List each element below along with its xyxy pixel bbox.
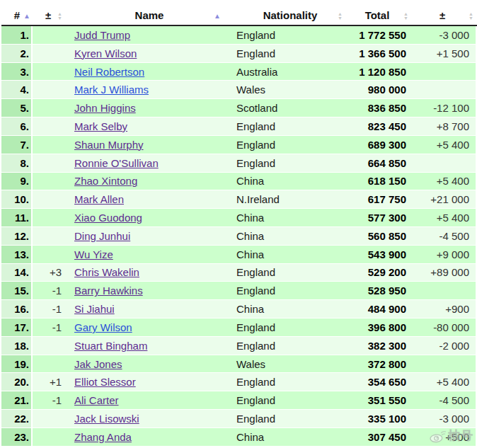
table-row: 15. -1 Barry Hawkins England 528 950 bbox=[1, 282, 477, 300]
player-link[interactable]: John Higgins bbox=[74, 102, 136, 114]
nationality-cell: Australia bbox=[235, 63, 345, 81]
header-change[interactable]: ± ▲ ▲▼ bbox=[409, 0, 476, 25]
move-cell: -1 bbox=[33, 318, 64, 336]
table-row: 14. +3 Chris Wakelin England 529 200 +89… bbox=[1, 264, 477, 282]
change-cell: -4 500 bbox=[409, 227, 476, 245]
player-link[interactable]: Zhao Xintong bbox=[74, 175, 137, 187]
name-cell: Ronnie O'Sullivan bbox=[64, 154, 235, 172]
total-cell: 617 750 bbox=[345, 190, 409, 208]
nationality-cell: England bbox=[235, 154, 345, 172]
player-link[interactable]: Ding Junhui bbox=[74, 230, 130, 242]
name-cell: Chris Wakelin bbox=[64, 264, 235, 282]
table-row: 5. John Higgins Scotland 836 850 -12 100 bbox=[1, 99, 477, 117]
change-cell bbox=[409, 282, 476, 299]
rank-cell: 15. bbox=[1, 282, 33, 299]
rank-cell: 14. bbox=[1, 264, 33, 282]
header-move[interactable]: ± ▲ ▲▼ bbox=[33, 0, 64, 25]
total-cell: 351 550 bbox=[345, 391, 409, 409]
player-link[interactable]: Xiao Guodong bbox=[74, 212, 142, 224]
name-cell: Jak Jones bbox=[64, 355, 235, 373]
name-cell: Zhao Xintong bbox=[64, 173, 235, 190]
player-link[interactable]: Barry Hawkins bbox=[74, 285, 143, 297]
name-cell: Judd Trump bbox=[64, 26, 235, 44]
name-cell: Xiao Guodong bbox=[64, 209, 235, 226]
player-link[interactable]: Kyren Wilson bbox=[74, 47, 137, 59]
player-link[interactable]: Mark Allen bbox=[74, 193, 124, 205]
rank-cell: 9. bbox=[1, 173, 33, 190]
total-cell: 396 800 bbox=[345, 318, 409, 336]
change-cell: +21 000 bbox=[409, 190, 476, 208]
header-move-label: ± bbox=[45, 9, 51, 21]
nationality-cell: England bbox=[235, 373, 345, 391]
player-link[interactable]: Zhang Anda bbox=[74, 431, 132, 443]
change-cell: +5 400 bbox=[409, 173, 476, 190]
table-row: 13. Wu Yize China 543 900 +9 000 bbox=[1, 246, 477, 264]
header-rank[interactable]: # ▲ ▲▼ bbox=[1, 0, 33, 25]
name-cell: Kyren Wilson bbox=[64, 45, 235, 62]
change-cell: -3 000 bbox=[409, 26, 476, 44]
table-row: 3. Neil Robertson Australia 1 120 850 bbox=[1, 63, 477, 81]
rank-cell: 17. bbox=[1, 318, 33, 336]
change-cell bbox=[409, 63, 476, 81]
player-link[interactable]: Wu Yize bbox=[74, 248, 113, 260]
sort-both-icon: ▲▼ bbox=[469, 12, 473, 20]
table-row: 23. Zhang Anda China 307 450 +500 bbox=[1, 428, 477, 447]
player-link[interactable]: Ronnie O'Sullivan bbox=[74, 157, 159, 169]
player-link[interactable]: Mark Selby bbox=[74, 120, 127, 132]
change-cell: +5 400 bbox=[409, 373, 476, 391]
player-link[interactable]: Ali Carter bbox=[74, 394, 119, 406]
table-row: 2. Kyren Wilson England 1 366 500 +1 500 bbox=[1, 45, 477, 63]
total-cell: 689 300 bbox=[345, 136, 409, 154]
total-cell: 1 772 550 bbox=[345, 26, 409, 44]
move-cell bbox=[33, 355, 64, 373]
player-link[interactable]: Mark J Williams bbox=[74, 84, 149, 96]
rank-cell: 18. bbox=[1, 337, 33, 355]
move-cell bbox=[33, 246, 64, 263]
header-nationality[interactable]: Nationality ▲ ▲▼ bbox=[235, 0, 345, 25]
table-row: 16. -1 Si Jiahui China 484 900 +900 bbox=[1, 300, 477, 318]
player-link[interactable]: Jak Jones bbox=[74, 358, 122, 370]
move-cell bbox=[33, 190, 64, 208]
player-link[interactable]: Elliot Slessor bbox=[74, 376, 136, 388]
rank-cell: 19. bbox=[1, 355, 33, 373]
change-cell: +8 700 bbox=[409, 117, 476, 135]
sort-both-icon: ▲▼ bbox=[57, 12, 62, 20]
header-total[interactable]: Total ▲ ▲▼ bbox=[345, 0, 409, 25]
change-cell: -3 000 bbox=[409, 410, 476, 427]
player-link[interactable]: Jack Lisowski bbox=[74, 413, 139, 425]
table-header-row: # ▲ ▲▼ ± ▲ ▲▼ Name ▲ ▲▼ Nationality ▲ ▲▼… bbox=[1, 0, 477, 26]
rank-cell: 13. bbox=[1, 246, 33, 263]
move-cell bbox=[33, 173, 64, 190]
move-cell bbox=[33, 209, 64, 226]
table-row: 19. Jak Jones Wales 372 800 bbox=[1, 355, 477, 374]
table-row: 17. -1 Gary Wilson England 396 800 -80 0… bbox=[1, 318, 477, 337]
header-name[interactable]: Name ▲ ▲▼ bbox=[64, 0, 235, 25]
move-cell: -1 bbox=[33, 391, 64, 409]
total-cell: 823 450 bbox=[345, 117, 409, 135]
move-cell: +1 bbox=[33, 373, 64, 391]
table-row: 20. +1 Elliot Slessor England 354 650 +5… bbox=[1, 373, 477, 391]
total-cell: 528 950 bbox=[345, 282, 409, 299]
player-link[interactable]: Neil Robertson bbox=[74, 66, 144, 78]
player-link[interactable]: Judd Trump bbox=[74, 29, 130, 41]
sort-both-icon: ▲▼ bbox=[403, 12, 408, 20]
rank-cell: 21. bbox=[1, 391, 33, 409]
player-link[interactable]: Si Jiahui bbox=[74, 303, 115, 315]
player-link[interactable]: Gary Wilson bbox=[74, 321, 132, 333]
table-row: 21. -1 Ali Carter England 351 550 -4 500 bbox=[1, 391, 477, 410]
rank-cell: 7. bbox=[1, 136, 33, 154]
change-cell: +5 400 bbox=[409, 209, 476, 226]
total-cell: 382 300 bbox=[345, 337, 409, 355]
nationality-cell: England bbox=[235, 337, 345, 355]
total-cell: 484 900 bbox=[345, 300, 409, 318]
name-cell: Neil Robertson bbox=[64, 63, 235, 81]
player-link[interactable]: Shaun Murphy bbox=[74, 139, 144, 151]
player-link[interactable]: Chris Wakelin bbox=[74, 266, 139, 278]
nationality-cell: N.Ireland bbox=[235, 190, 345, 208]
player-link[interactable]: Stuart Bingham bbox=[74, 340, 147, 352]
rank-cell: 23. bbox=[1, 428, 33, 446]
name-cell: Barry Hawkins bbox=[64, 282, 235, 299]
rankings-table: # ▲ ▲▼ ± ▲ ▲▼ Name ▲ ▲▼ Nationality ▲ ▲▼… bbox=[1, 0, 477, 447]
change-cell bbox=[409, 154, 476, 172]
move-cell bbox=[33, 428, 64, 446]
